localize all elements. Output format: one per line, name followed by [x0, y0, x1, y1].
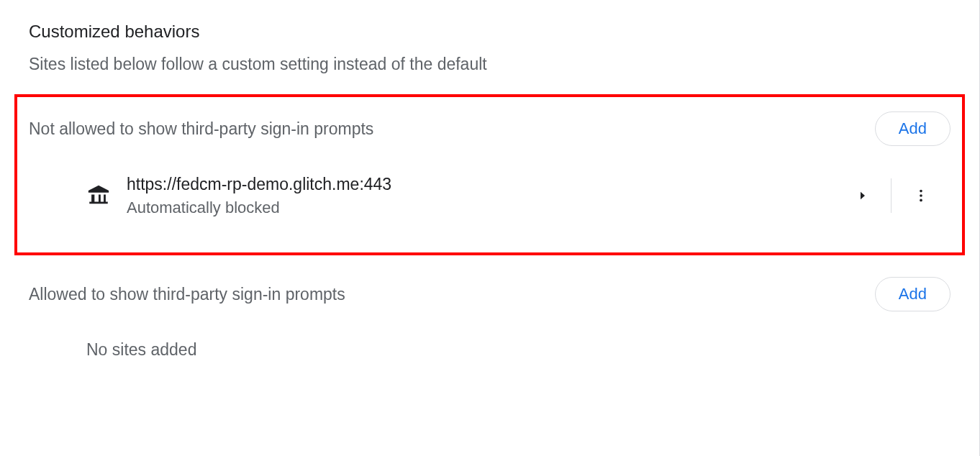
- add-allowed-button[interactable]: Add: [875, 277, 950, 311]
- row-actions: [835, 173, 950, 218]
- svg-point-2: [920, 199, 922, 202]
- chevron-right-icon: [856, 189, 869, 202]
- svg-point-0: [920, 190, 922, 193]
- not-allowed-heading: Not allowed to show third-party sign-in …: [29, 119, 373, 139]
- add-not-allowed-button[interactable]: Add: [875, 111, 950, 146]
- more-options-button[interactable]: [891, 173, 950, 218]
- institution-icon: [86, 183, 111, 208]
- disclosure-button[interactable]: [835, 175, 891, 216]
- allowed-empty-text: No sites added: [29, 340, 950, 360]
- site-info: https://fedcm-rp-demo.glitch.me:443 Auto…: [127, 175, 835, 217]
- site-url: https://fedcm-rp-demo.glitch.me:443: [127, 175, 835, 194]
- svg-point-1: [920, 194, 922, 197]
- allowed-heading: Allowed to show third-party sign-in prom…: [29, 285, 345, 304]
- more-vert-icon: [913, 188, 929, 204]
- section-description: Sites listed below follow a custom setti…: [29, 55, 950, 74]
- not-allowed-section: Not allowed to show third-party sign-in …: [14, 94, 965, 255]
- section-title: Customized behaviors: [29, 22, 950, 42]
- not-allowed-header: Not allowed to show third-party sign-in …: [29, 111, 950, 146]
- site-row[interactable]: https://fedcm-rp-demo.glitch.me:443 Auto…: [29, 168, 950, 224]
- settings-panel: Customized behaviors Sites listed below …: [0, 0, 980, 456]
- allowed-section: Allowed to show third-party sign-in prom…: [29, 270, 950, 360]
- site-status: Automatically blocked: [127, 199, 835, 217]
- allowed-header: Allowed to show third-party sign-in prom…: [29, 277, 950, 311]
